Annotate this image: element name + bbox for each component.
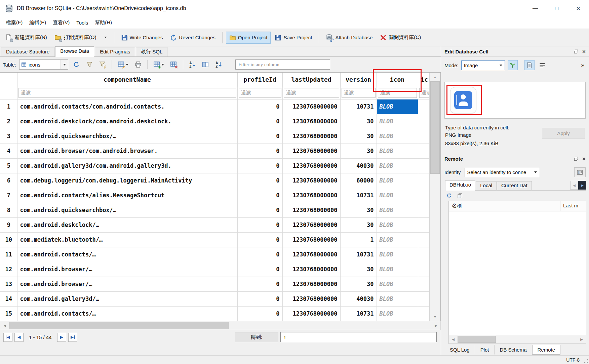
tab-scroll-left-icon[interactable]: ◀ <box>570 181 578 190</box>
cell-lastUpdated[interactable]: 1230768000000 <box>282 188 340 203</box>
cell-componentName[interactable]: com.android.gallery3d/com.android.galler… <box>17 158 237 173</box>
tab-remote[interactable]: Remote <box>532 345 561 355</box>
row-number[interactable]: 4 <box>0 144 17 158</box>
open-project-button[interactable]: Open Project <box>226 32 271 44</box>
vertical-scroll-thumb[interactable] <box>430 81 440 174</box>
cell-lastUpdated[interactable]: 1230768000000 <box>282 247 340 262</box>
cell-componentName[interactable]: com.android.deskclock/com.android.deskcl… <box>17 114 237 129</box>
cell-componentName[interactable]: com.android.gallery3d/… <box>17 291 237 306</box>
cell-profileId[interactable]: 0 <box>237 114 282 129</box>
cell-componentName[interactable]: com.android.contacts/com.android.contact… <box>17 99 237 114</box>
cell-partial[interactable] <box>418 232 429 247</box>
maximize-button[interactable]: □ <box>546 0 567 17</box>
revert-changes-button[interactable]: Revert Changes <box>167 32 219 44</box>
cell-lastUpdated[interactable]: 1230768000000 <box>282 129 340 144</box>
tab-local[interactable]: Local <box>476 181 497 190</box>
cell-profileId[interactable]: 0 <box>237 158 282 173</box>
row-number[interactable]: 2 <box>0 114 17 129</box>
cell-partial[interactable] <box>418 188 429 203</box>
scroll-left-icon[interactable]: ◀ <box>449 335 458 343</box>
cell-version[interactable]: 40030 <box>340 291 377 306</box>
insert-record-button[interactable] <box>152 59 166 70</box>
cell-version[interactable]: 30 <box>340 217 377 232</box>
menu-view[interactable]: 查看(V) <box>49 18 73 28</box>
identity-select[interactable]: Select an identity to conne <box>465 168 539 177</box>
cell-lastUpdated[interactable]: 1230768000000 <box>282 217 340 232</box>
horizontal-scrollbar[interactable]: ◀ ▶ <box>0 321 441 330</box>
vertical-scrollbar[interactable]: ▲ ▼ <box>429 73 440 321</box>
cell-componentName[interactable]: com.mediatek.bluetooth/… <box>17 232 237 247</box>
filter-version[interactable]: 過濾 <box>342 88 376 98</box>
row-number[interactable]: 13 <box>0 277 17 291</box>
float-panel-icon[interactable] <box>574 49 578 54</box>
column-header-version[interactable]: version <box>340 73 377 87</box>
cell-profileId[interactable]: 0 <box>237 232 282 247</box>
cell-lastUpdated[interactable]: 1230768000000 <box>282 277 340 291</box>
cell-componentName[interactable]: com.android.quicksearchbox/… <box>17 203 237 217</box>
tab-plot[interactable]: Plot <box>475 345 495 355</box>
tab-database-structure[interactable]: Database Structure <box>1 47 54 56</box>
row-number[interactable]: 14 <box>0 291 17 306</box>
tab-browse-data[interactable]: Browse Data <box>55 46 94 57</box>
attach-database-button[interactable]: Attach Database <box>322 31 376 44</box>
cell-lastUpdated[interactable]: 1230768000000 <box>282 262 340 277</box>
cell-version[interactable]: 30 <box>340 262 377 277</box>
row-number[interactable]: 10 <box>0 232 17 247</box>
cell-version[interactable]: 10731 <box>340 247 377 262</box>
remote-horizontal-scrollbar[interactable]: ◀ ▶ <box>449 335 586 343</box>
cell-version[interactable]: 30 <box>340 277 377 291</box>
goto-record-input[interactable] <box>280 332 437 342</box>
minimize-button[interactable]: — <box>524 0 546 17</box>
menu-help[interactable]: 幫助(H) <box>91 18 115 28</box>
column-header-partial[interactable]: ic <box>418 73 429 87</box>
cell-icon[interactable]: BLOB <box>377 114 418 129</box>
clear-filters-button[interactable] <box>84 59 94 70</box>
cell-icon[interactable]: BLOB <box>377 158 418 173</box>
cell-version[interactable]: 60000 <box>340 173 377 188</box>
menu-tools[interactable]: Tools <box>73 18 91 27</box>
cell-version[interactable]: 10731 <box>340 306 377 321</box>
cell-componentName[interactable]: com.android.quicksearchbox/… <box>17 129 237 144</box>
remote-clone-icon[interactable] <box>457 193 463 198</box>
next-record-button[interactable]: ▶ <box>57 333 66 342</box>
scroll-up-icon[interactable]: ▲ <box>430 73 440 81</box>
cell-icon[interactable]: BLOB <box>377 277 418 291</box>
row-number[interactable]: 9 <box>0 217 17 232</box>
cell-icon[interactable]: BLOB <box>377 99 418 114</box>
cell-partial[interactable] <box>418 247 429 262</box>
cell-icon[interactable]: BLOB <box>377 262 418 277</box>
select-columns-button[interactable] <box>200 59 210 70</box>
float-panel-icon[interactable] <box>574 157 578 161</box>
save-filter-button[interactable] <box>97 59 108 70</box>
save-project-button[interactable]: Save Project <box>271 32 315 44</box>
tab-dbhub[interactable]: DBHub.io <box>445 180 475 191</box>
cell-lastUpdated[interactable]: 1230768000000 <box>282 306 340 321</box>
cell-icon[interactable]: BLOB <box>377 203 418 217</box>
close-button[interactable]: × <box>567 0 589 17</box>
cell-icon[interactable]: BLOB <box>377 247 418 262</box>
edit-record-button[interactable] <box>116 59 130 70</box>
scroll-left-icon[interactable]: ◀ <box>0 321 9 330</box>
overflow-chevron-icon[interactable]: » <box>581 62 586 69</box>
resize-grip[interactable] <box>584 359 588 363</box>
menu-edit[interactable]: 編輯(E) <box>26 18 49 28</box>
open-database-button[interactable]: 打開資料庫(O) <box>51 31 100 44</box>
import-data-button[interactable] <box>508 60 518 70</box>
filter-partial[interactable]: 過濾 <box>419 88 429 98</box>
cell-componentName[interactable]: com.android.contacts/… <box>17 247 237 262</box>
cell-lastUpdated[interactable]: 1230768000000 <box>282 173 340 188</box>
cell-icon[interactable]: BLOB <box>377 173 418 188</box>
cell-componentName[interactable]: com.android.contacts/alias.MessageShortc… <box>17 188 237 203</box>
encoding-label[interactable]: UTF-8 <box>566 357 580 363</box>
sort-desc-button[interactable] <box>213 59 224 70</box>
tab-scroll-right-icon[interactable]: ▶ <box>578 181 586 190</box>
cell-componentName[interactable]: com.android.contacts/… <box>17 306 237 321</box>
cell-lastUpdated[interactable]: 1230768000000 <box>282 158 340 173</box>
identity-certificate-button[interactable] <box>574 167 586 177</box>
cell-profileId[interactable]: 0 <box>237 129 282 144</box>
cell-icon[interactable]: BLOB <box>377 129 418 144</box>
sort-asc-button[interactable] <box>187 59 197 70</box>
cell-version[interactable]: 30 <box>340 144 377 158</box>
cell-profileId[interactable]: 0 <box>237 99 282 114</box>
cell-partial[interactable] <box>418 262 429 277</box>
